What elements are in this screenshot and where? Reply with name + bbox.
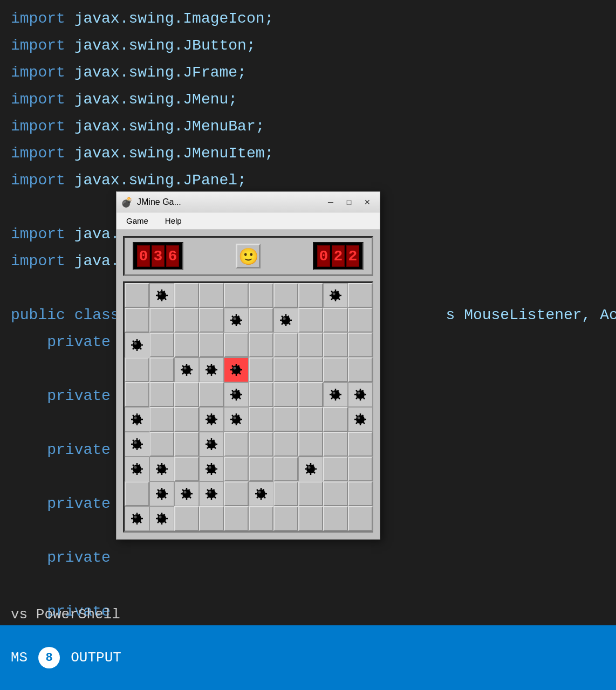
cell[interactable] xyxy=(174,308,199,333)
cell[interactable] xyxy=(149,308,174,333)
cell[interactable] xyxy=(348,382,373,407)
cell[interactable] xyxy=(174,506,199,531)
cell[interactable] xyxy=(249,457,273,481)
cell[interactable] xyxy=(125,506,149,531)
cell[interactable] xyxy=(249,333,273,357)
cell[interactable] xyxy=(348,457,373,481)
cell[interactable] xyxy=(199,457,224,481)
cell[interactable] xyxy=(149,432,174,457)
cell[interactable] xyxy=(298,283,323,308)
cell[interactable] xyxy=(298,407,323,432)
close-button[interactable]: ✕ xyxy=(359,196,375,208)
cell[interactable] xyxy=(125,407,149,432)
cell[interactable] xyxy=(323,457,348,481)
cell[interactable] xyxy=(273,432,298,457)
cell[interactable] xyxy=(273,283,298,308)
cell[interactable] xyxy=(323,382,348,407)
cell[interactable] xyxy=(323,407,348,432)
cell[interactable] xyxy=(125,357,149,382)
cell[interactable] xyxy=(298,506,323,531)
cell[interactable] xyxy=(199,308,224,333)
maximize-button[interactable]: □ xyxy=(341,196,357,208)
cell[interactable] xyxy=(249,382,273,407)
cell[interactable] xyxy=(125,481,149,506)
cell[interactable] xyxy=(273,333,298,357)
cell[interactable] xyxy=(224,308,249,333)
cell[interactable] xyxy=(224,382,249,407)
cell[interactable] xyxy=(149,457,174,481)
cell[interactable] xyxy=(224,357,249,382)
cell[interactable] xyxy=(249,481,273,506)
cell[interactable] xyxy=(199,382,224,407)
cell[interactable] xyxy=(298,432,323,457)
cell[interactable] xyxy=(125,432,149,457)
cell[interactable] xyxy=(273,382,298,407)
cell[interactable] xyxy=(224,283,249,308)
cell[interactable] xyxy=(348,407,373,432)
cell[interactable] xyxy=(249,308,273,333)
cell[interactable] xyxy=(125,308,149,333)
cell[interactable] xyxy=(298,481,323,506)
cell[interactable] xyxy=(323,333,348,357)
cell[interactable] xyxy=(348,506,373,531)
cell[interactable] xyxy=(125,382,149,407)
cell[interactable] xyxy=(249,432,273,457)
cell[interactable] xyxy=(149,382,174,407)
cell[interactable] xyxy=(323,432,348,457)
cell[interactable] xyxy=(348,432,373,457)
cell[interactable] xyxy=(224,506,249,531)
cell[interactable] xyxy=(298,308,323,333)
cell[interactable] xyxy=(273,457,298,481)
cell[interactable] xyxy=(125,333,149,357)
cell[interactable] xyxy=(273,506,298,531)
cell[interactable] xyxy=(249,357,273,382)
cell[interactable] xyxy=(174,457,199,481)
cell[interactable] xyxy=(199,357,224,382)
cell[interactable] xyxy=(298,357,323,382)
cell[interactable] xyxy=(125,283,149,308)
cell[interactable] xyxy=(298,382,323,407)
cell[interactable] xyxy=(149,407,174,432)
cell[interactable] xyxy=(199,432,224,457)
cell[interactable] xyxy=(174,283,199,308)
cell[interactable] xyxy=(199,407,224,432)
cell[interactable] xyxy=(174,407,199,432)
cell[interactable] xyxy=(249,407,273,432)
cell[interactable] xyxy=(199,283,224,308)
cell[interactable] xyxy=(323,357,348,382)
cell[interactable] xyxy=(174,357,199,382)
cell[interactable] xyxy=(149,357,174,382)
cell[interactable] xyxy=(323,308,348,333)
cell[interactable] xyxy=(224,432,249,457)
cell[interactable] xyxy=(174,333,199,357)
minimize-button[interactable]: ─ xyxy=(323,196,339,208)
cell[interactable] xyxy=(199,506,224,531)
cell[interactable] xyxy=(149,333,174,357)
cell[interactable] xyxy=(348,481,373,506)
cell[interactable] xyxy=(174,481,199,506)
cell[interactable] xyxy=(298,333,323,357)
cell[interactable] xyxy=(249,506,273,531)
cell[interactable] xyxy=(348,308,373,333)
cell[interactable] xyxy=(224,457,249,481)
cell[interactable] xyxy=(323,283,348,308)
cell[interactable] xyxy=(174,432,199,457)
menu-game[interactable]: Game xyxy=(122,215,153,227)
menu-help[interactable]: Help xyxy=(161,215,186,227)
cell[interactable] xyxy=(249,283,273,308)
cell[interactable] xyxy=(125,457,149,481)
cell[interactable] xyxy=(174,382,199,407)
cell[interactable] xyxy=(273,357,298,382)
cell[interactable] xyxy=(273,407,298,432)
smiley-button[interactable]: 🙂 xyxy=(236,244,261,268)
cell[interactable] xyxy=(224,333,249,357)
cell[interactable] xyxy=(348,333,373,357)
cell[interactable] xyxy=(298,457,323,481)
cell[interactable] xyxy=(273,481,298,506)
cell[interactable] xyxy=(273,308,298,333)
cell[interactable] xyxy=(199,481,224,506)
cell[interactable] xyxy=(199,333,224,357)
cell[interactable] xyxy=(224,407,249,432)
cell[interactable] xyxy=(149,481,174,506)
cell[interactable] xyxy=(348,357,373,382)
